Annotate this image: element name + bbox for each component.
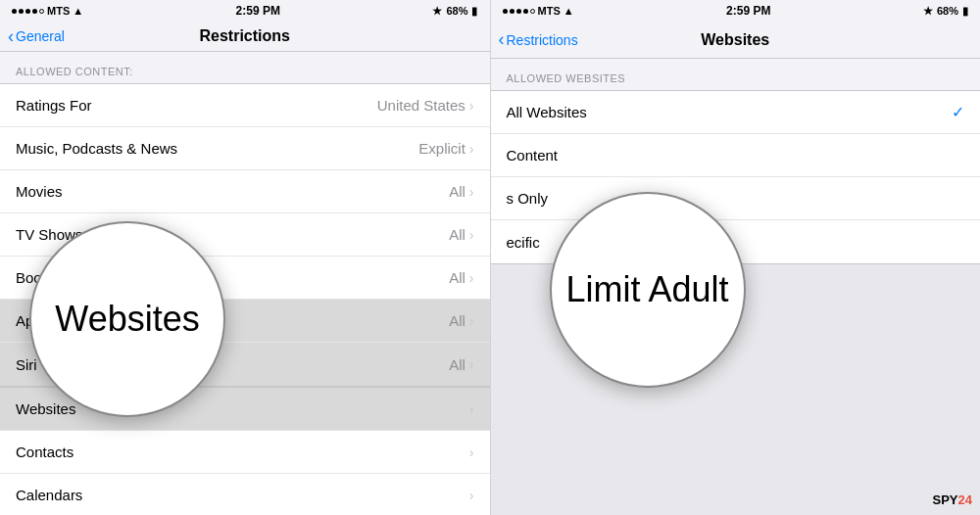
back-button-right[interactable]: ‹ Restrictions <box>499 29 578 50</box>
value-text-tvshows: All <box>449 226 466 243</box>
nav-bar-right: ‹ Restrictions Websites <box>491 22 981 59</box>
nav-title-right: Websites <box>701 31 769 49</box>
label-movies: Movies <box>16 183 63 200</box>
label-all-websites: All Websites <box>507 104 587 120</box>
section-header-left: ALLOWED CONTENT: <box>0 52 490 83</box>
label-calendars: Calendars <box>16 487 82 503</box>
label-content: Content <box>507 147 559 164</box>
time-right: 2:59 PM <box>726 4 770 18</box>
back-button-left[interactable]: ‹ General <box>8 26 65 47</box>
signal-dot-r2 <box>510 9 514 14</box>
back-label-right: Restrictions <box>507 32 578 48</box>
value-books: All › <box>449 269 473 286</box>
status-right-left: ★ 68% ▮ <box>432 5 477 18</box>
value-text-apps: All <box>449 312 466 329</box>
signal-dot-5 <box>39 9 44 14</box>
settings-item-content[interactable]: Content <box>491 134 981 177</box>
wifi-left: ▲ <box>73 5 83 17</box>
signal-dot-4 <box>32 9 37 14</box>
time-left: 2:59 PM <box>236 4 280 18</box>
status-bar-left: MTS ▲ 2:59 PM ★ 68% ▮ <box>0 0 490 22</box>
label-contacts: Contacts <box>16 444 74 460</box>
chevron-ratings: › <box>469 98 474 114</box>
chevron-tvshows: › <box>469 227 474 243</box>
value-movies: All › <box>449 183 473 200</box>
section-header-right: ALLOWED WEBSITES <box>491 59 981 90</box>
chevron-books: › <box>469 270 474 286</box>
status-left-r: MTS ▲ <box>503 5 574 17</box>
bottom-list-left: Websites › Contacts › Calendars › Remind… <box>0 387 490 515</box>
right-panel: MTS ▲ 2:59 PM ★ 68% ▮ ‹ Restrictions Web… <box>491 0 981 515</box>
label-only: s Only <box>507 190 549 207</box>
watermark: SPY24 <box>933 492 972 507</box>
value-music: Explicit › <box>418 140 473 157</box>
signal-dots <box>12 9 44 14</box>
back-arrow-right: ‹ <box>499 29 505 50</box>
battery-icon-left: ▮ <box>471 5 477 18</box>
settings-item-only[interactable]: s Only <box>491 177 981 220</box>
magnifier-left: Websites <box>29 221 225 417</box>
battery-right: 68% <box>937 5 958 17</box>
nav-bar-left: ‹ General Restrictions <box>0 22 490 52</box>
status-right-r: ★ 68% ▮ <box>923 5 968 18</box>
settings-item-all-websites[interactable]: All Websites ✓ <box>491 91 981 134</box>
back-label-left: General <box>16 28 65 44</box>
label-ecific: ecific <box>507 234 540 251</box>
settings-item-contacts[interactable]: Contacts › <box>0 431 490 474</box>
value-apps: All › <box>449 312 473 329</box>
status-left: MTS ▲ <box>12 5 83 17</box>
value-siri: All › <box>449 356 473 373</box>
value-text-books: All <box>449 269 466 286</box>
label-ratings: Ratings For <box>16 97 92 114</box>
signal-dots-r <box>503 9 535 14</box>
signal-dot-r4 <box>523 9 528 14</box>
status-bar-right: MTS ▲ 2:59 PM ★ 68% ▮ <box>491 0 981 22</box>
watermark-num: 24 <box>958 492 972 507</box>
value-ratings: United States › <box>377 97 474 114</box>
value-tvshows: All › <box>449 226 473 243</box>
settings-item-movies[interactable]: Movies All › <box>0 170 490 213</box>
magnifier-text-left: Websites <box>55 299 199 340</box>
bluetooth-left: ★ <box>432 5 442 18</box>
nav-title-left: Restrictions <box>200 27 290 45</box>
chevron-calendars: › <box>469 488 474 503</box>
chevron-siri: › <box>469 356 474 372</box>
settings-item-music[interactable]: Music, Podcasts & News Explicit › <box>0 127 490 170</box>
label-websites: Websites <box>16 400 75 417</box>
magnifier-text-right: Limit Adult <box>565 269 728 310</box>
magnifier-right: Limit Adult <box>550 192 746 388</box>
value-text-movies: All <box>449 183 466 200</box>
value-text-siri: All <box>449 356 466 373</box>
signal-dot-3 <box>25 9 30 14</box>
chevron-contacts: › <box>469 445 474 460</box>
settings-item-calendars[interactable]: Calendars › <box>0 474 490 515</box>
bluetooth-right: ★ <box>923 5 933 18</box>
back-arrow-left: ‹ <box>8 26 14 47</box>
left-panel: MTS ▲ 2:59 PM ★ 68% ▮ ‹ General Restrict… <box>0 0 491 515</box>
chevron-websites: › <box>469 401 474 417</box>
label-siri: Siri <box>16 356 37 373</box>
battery-left: 68% <box>446 5 467 17</box>
carrier-left: MTS <box>47 5 70 17</box>
settings-item-ratings[interactable]: Ratings For United States › <box>0 84 490 127</box>
carrier-right: MTS <box>538 5 561 17</box>
signal-dot-2 <box>19 9 24 14</box>
value-text-ratings: United States <box>377 97 466 114</box>
watermark-spy: SPY <box>933 492 958 507</box>
signal-dot-r3 <box>516 9 521 14</box>
signal-dot-r5 <box>530 9 535 14</box>
signal-dot-1 <box>12 9 17 14</box>
battery-icon-right: ▮ <box>962 5 968 18</box>
chevron-apps: › <box>469 313 474 329</box>
signal-dot-r1 <box>503 9 508 14</box>
value-text-music: Explicit <box>418 140 466 157</box>
label-music: Music, Podcasts & News <box>16 140 177 157</box>
chevron-music: › <box>469 141 474 157</box>
chevron-movies: › <box>469 184 474 200</box>
wifi-right: ▲ <box>564 5 574 17</box>
checkmark-all-websites: ✓ <box>952 103 964 121</box>
